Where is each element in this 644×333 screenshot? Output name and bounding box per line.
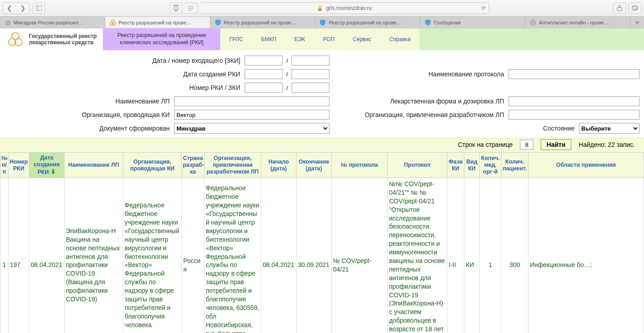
input-rki-num[interactable]	[245, 83, 283, 93]
label-form: Лекарственная форма и дозировка ЛП	[390, 98, 504, 105]
cell-phase: I-II	[447, 178, 464, 333]
rows-per-page-input[interactable]	[520, 140, 533, 150]
th-devorg[interactable]: Организация, привлеченная разработчиком …	[204, 153, 261, 178]
label-rkizki: Номер РКИ / ЗКИ	[189, 84, 240, 91]
label-created: Дата создания РКИ	[183, 70, 240, 78]
select-state[interactable]: Выберите	[579, 123, 639, 134]
input-created-to[interactable]	[292, 69, 329, 79]
site-logo[interactable]: Государственный реестр лекарственных сре…	[0, 28, 103, 50]
nav-buttons: ❮ ❯	[3, 2, 30, 14]
cell-date: 08.04.2021	[29, 178, 65, 333]
site-title-1: Государственный реестр	[29, 33, 97, 39]
tab-label: Реестр разрешений на прове…	[224, 20, 297, 25]
browser-tab[interactable]: Сообщения	[420, 17, 525, 28]
menu-item-rop[interactable]: РОП	[314, 28, 344, 50]
select-doc[interactable]: Минздрав	[174, 123, 329, 134]
sidebar-toggle-button[interactable]	[32, 3, 45, 14]
table-row[interactable]: 119708.04.2021ЭпиВакКорона-Н Вакцина на …	[0, 178, 644, 333]
label-doc: Документ сформирован	[99, 125, 170, 132]
reader-button[interactable]	[185, 3, 198, 14]
url-bar[interactable]: 🔒 grls.rosminzdrav.ru ⟳	[200, 2, 489, 14]
input-form[interactable]	[509, 96, 639, 106]
logo-icon	[6, 30, 24, 48]
th-prot[interactable]: Протокол	[388, 153, 447, 178]
th-name[interactable]: Наименование ЛП	[65, 153, 123, 178]
tab-label: Антиплагиат онлайн - прове…	[539, 20, 609, 25]
menu-item-service[interactable]: Сервис	[344, 28, 380, 50]
input-incoming-date[interactable]	[245, 56, 283, 66]
browser-tab[interactable]: Реестр разрешений на прове…	[105, 17, 210, 28]
svg-point-11	[113, 23, 116, 25]
sort-desc-icon: ⬇	[51, 168, 56, 175]
th-country[interactable]: Страна разраб-ка	[182, 153, 204, 178]
share-button[interactable]	[613, 3, 626, 14]
back-button[interactable]: ❮	[3, 3, 16, 14]
share-icon	[617, 5, 622, 11]
th-end[interactable]: Окончание (дата)	[297, 153, 332, 178]
cell-devorg: Федеральное бюджетное учреждение науки «…	[204, 178, 261, 333]
cell-country: Россия	[182, 178, 204, 333]
th-area[interactable]: Области применения	[528, 153, 644, 178]
new-tab-button[interactable]: +	[630, 17, 644, 28]
th-start[interactable]: Начало (дата)	[261, 153, 297, 178]
menu-item-bmkp[interactable]: БМКП	[252, 28, 286, 50]
menu-item-grls[interactable]: ГРЛС	[220, 28, 252, 50]
reload-button[interactable]: ⟳	[482, 5, 486, 11]
th-date[interactable]: Дата создания РКИ ⬇	[29, 153, 65, 178]
input-created-from[interactable]	[245, 69, 283, 79]
th-pat[interactable]: Колич. пациент.	[501, 153, 528, 178]
th-idx[interactable]: № п/п	[0, 153, 9, 178]
tab-favicon-icon: ▤	[5, 19, 11, 26]
input-org[interactable]	[174, 110, 329, 120]
label-state: Состояние	[543, 125, 575, 132]
tab-label: Реестр разрешений на прове…	[119, 20, 191, 25]
browser-tab[interactable]: Реестр разрешений на прове…	[315, 17, 420, 28]
svg-rect-0	[36, 5, 42, 11]
th-num[interactable]: Номер РКИ	[9, 153, 29, 178]
th-phase[interactable]: Фаза КИ	[447, 153, 464, 178]
svg-point-13	[532, 21, 534, 24]
privacy-shield-button[interactable]	[170, 3, 182, 14]
menu-item-eek[interactable]: ЕЭК	[285, 28, 314, 50]
menu-item-rki[interactable]: Реестр разрешений на проведение клиничес…	[103, 28, 220, 50]
forward-button[interactable]: ❯	[17, 3, 29, 14]
browser-tabs: ▤Минздрав России разрешил…Реестр разреше…	[0, 16, 644, 28]
reader-icon	[188, 5, 194, 11]
lock-icon: 🔒	[317, 5, 323, 11]
rows-label: Строк на странице	[458, 141, 513, 148]
browser-tab[interactable]: ▤Минздрав России разрешил…	[0, 17, 105, 28]
input-incoming-num[interactable]	[292, 56, 329, 66]
th-org[interactable]: Организация, проводящая КИ	[123, 153, 182, 178]
th-medorg[interactable]: Колич. мед. орг-й	[480, 153, 501, 178]
menu-item-help[interactable]: Справка	[380, 28, 420, 50]
label-org: Организация, проводящая КИ	[82, 111, 170, 118]
label-devorg: Организация, привлеченная разработчиком …	[365, 111, 504, 118]
input-lpname[interactable]	[174, 96, 329, 106]
label-protname: Наименование протокола	[428, 70, 504, 78]
shield-icon	[173, 5, 179, 11]
svg-point-12	[530, 20, 536, 25]
tab-label: Минздрав России разрешил…	[14, 20, 83, 25]
browser-tab[interactable]: Реестр разрешений на прове…	[210, 17, 315, 28]
cell-prot: №№ COV/pept-04/21"" № № COV/pept-04/21 "…	[388, 178, 447, 333]
svg-rect-7	[632, 6, 636, 11]
tab-favicon-icon	[425, 19, 431, 26]
tab-favicon-icon	[320, 19, 326, 26]
find-button[interactable]: Найти	[541, 139, 571, 150]
menu-spacer	[420, 28, 644, 50]
input-zki-num[interactable]	[292, 83, 329, 93]
label-lpname: Наименование ЛП	[116, 98, 170, 105]
svg-point-10	[110, 23, 113, 25]
th-protnum[interactable]: № протокола	[332, 153, 388, 178]
browser-tab[interactable]: Антиплагиат онлайн - прове…	[525, 17, 630, 28]
label-incoming: Дата / номер входящего [ЗКИ]	[153, 57, 241, 64]
tab-label: Реестр разрешений на прове…	[329, 20, 401, 25]
cell-name: ЭпиВакКорона-Н Вакцина на основе пептидн…	[65, 178, 123, 333]
input-protname[interactable]	[509, 69, 639, 79]
cell-type: КИ	[464, 178, 480, 333]
tabs-overview-button[interactable]	[629, 3, 641, 14]
th-type[interactable]: Вид КИ	[464, 153, 480, 178]
tab-favicon-icon	[530, 19, 536, 26]
site-title-2: лекарственных средств	[29, 39, 97, 46]
input-devorg[interactable]	[509, 110, 639, 120]
